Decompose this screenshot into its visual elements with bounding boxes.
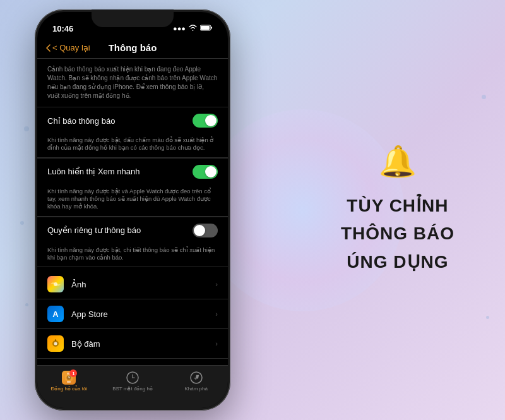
discover-icon [189,371,203,385]
decor-dot-4 [482,95,486,99]
settings-row-xem-nhanh: Luôn hiển thị Xem nhanh [37,158,228,185]
tab-bar: 1 Đồng hồ của tôi BST mặt đồng hồ [37,365,228,408]
toggle-thumb-3 [194,225,205,236]
toggle-thumb-2 [205,166,217,177]
phone-device: 10:46 ●●● < Quay lại Thô [35,9,230,411]
signal-icon: ●●● [173,25,186,32]
quyen-rieng-toggle[interactable] [193,224,218,237]
status-icons: ●●● [173,25,213,32]
tab-my-watch[interactable]: 1 Đồng hồ của tôi [37,371,101,392]
app-row-photos[interactable]: Ảnh › [37,270,228,299]
tab-my-watch-label: Đồng hồ của tôi [50,386,87,392]
appstore-icon: A [47,306,64,322]
wifi-icon [189,25,197,32]
decor-dot-5 [486,316,489,319]
bell-icon: 🔔 [341,143,454,179]
svg-rect-16 [67,381,71,383]
svg-rect-2 [211,27,212,29]
appstore-label: App Store [71,309,108,319]
right-panel: 🔔 TÙY CHỈNH THÔNG BÁO ÚNG DỤNG [341,143,454,276]
settings-row-chi-bao: Chỉ báo thông báo [37,107,228,134]
xem-nhanh-label: Luôn hiển thị Xem nhanh [47,167,140,176]
battery-icon [200,25,213,32]
tab-discover[interactable]: Khám phá [164,371,228,392]
walkie-chevron: › [215,340,218,347]
photos-icon [47,276,64,292]
tab-face-gallery-label: BST mặt đồng hồ [112,386,153,392]
xem-nhanh-toggle[interactable] [193,165,218,179]
face-gallery-icon [126,371,140,385]
svg-rect-1 [201,26,210,30]
chi-bao-toggle[interactable] [193,114,218,128]
toggle-thumb [205,115,217,126]
top-description: Cảnh báo thông báo xuất hiện khi bạn đan… [37,59,228,107]
quyen-rieng-label: Quyền riêng tư thông báo [47,225,141,235]
photos-chevron: › [215,280,218,288]
phone-notch [92,9,174,27]
phone-frame: 10:46 ●●● < Quay lại Thô [35,9,230,411]
content-area: Cảnh báo thông báo xuất hiện khi bạn đan… [37,59,228,379]
tab-badge: 1 [69,369,77,377]
tab-discover-label: Khám phá [184,386,207,392]
nav-header: < Quay lại Thông báo [37,40,228,59]
chi-bao-subtext: Khi tính năng này được bật, dấu chấm màu… [37,134,228,158]
svg-rect-7 [55,339,56,341]
back-button[interactable]: < Quay lại [46,43,90,52]
appstore-chevron: › [215,310,218,318]
tab-face-gallery[interactable]: BST mặt đồng hồ [101,371,165,392]
xem-nhanh-subtext: Khi tính năng này được bật và Apple Watc… [37,185,228,217]
decor-dot-2 [20,221,24,225]
settings-group: Chỉ báo thông báo Khi tính năng này được… [37,107,228,267]
app-list: Ảnh › A App Store › [37,270,228,379]
svg-point-6 [54,342,57,345]
photos-label: Ảnh [71,280,86,289]
decor-dot-1 [24,126,29,131]
phone-screen: 10:46 ●●● < Quay lại Thô [37,12,228,408]
right-title: TÙY CHỈNH THÔNG BÁO ÚNG DỤNG [341,191,454,276]
walkie-label: Bộ đàm [71,339,100,349]
app-row-appstore[interactable]: A App Store › [37,299,228,328]
chi-bao-label: Chỉ báo thông báo [47,116,115,126]
walkie-icon [47,335,64,352]
nav-title: Thông báo [109,42,157,53]
status-time: 10:46 [52,24,73,33]
settings-row-quyen-rieng: Quyền riêng tư thông báo [37,217,228,244]
app-row-walkie[interactable]: Bộ đàm › [37,328,228,358]
quyen-rieng-subtext: Khi tính năng này được bật, chi tiết thô… [37,244,228,268]
decor-dot-3 [25,303,28,306]
my-watch-icon: 1 [62,371,76,385]
